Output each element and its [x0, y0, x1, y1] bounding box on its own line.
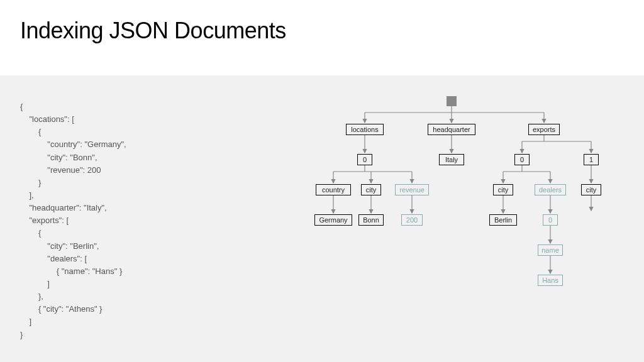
node-bonn: Bonn [358, 214, 384, 226]
node-index-0a: 0 [357, 154, 372, 165]
node-city-c: city [581, 184, 601, 195]
node-hans: Hans [538, 275, 563, 286]
node-country: country [316, 184, 351, 195]
node-200: 200 [401, 214, 423, 226]
slide-content: { "locations": [ { "country": "Germany",… [0, 75, 644, 362]
node-exports: exports [528, 124, 560, 135]
node-germany: Germany [314, 214, 352, 226]
slide-title: Indexing JSON Documents [20, 18, 286, 44]
node-city-b: city [493, 184, 513, 195]
node-index-0b: 0 [514, 154, 530, 165]
node-headquarter: headquarter [428, 124, 475, 135]
root-node [447, 96, 457, 106]
tree-diagram: locations headquarter exports 0 Italy 0 … [327, 91, 629, 349]
json-code-block: { "locations": [ { "country": "Germany",… [20, 101, 126, 341]
node-city-a: city [361, 184, 381, 195]
node-dealers: dealers [535, 184, 566, 195]
node-revenue: revenue [395, 184, 429, 195]
node-berlin: Berlin [489, 214, 517, 226]
node-index-1: 1 [584, 154, 599, 165]
node-name: name [538, 244, 563, 256]
node-index-0c: 0 [543, 214, 558, 226]
node-italy: Italy [439, 154, 464, 165]
node-locations: locations [346, 124, 384, 135]
